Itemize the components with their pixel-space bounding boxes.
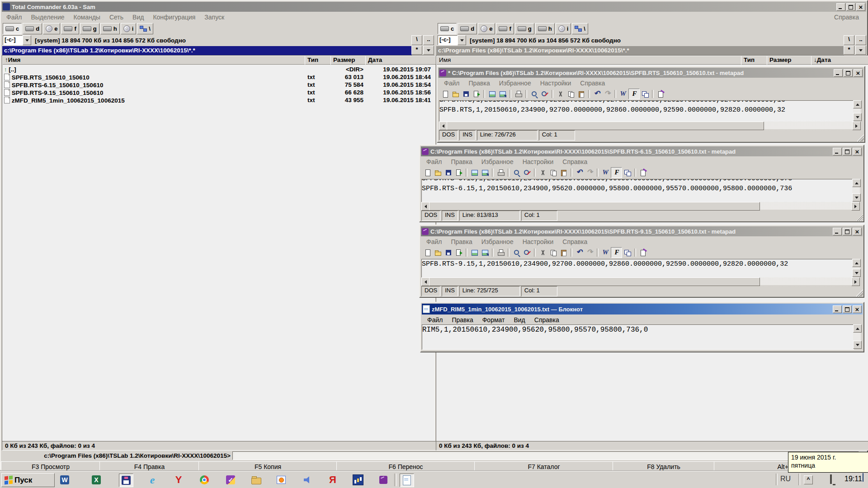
- maximize-icon[interactable]: [843, 305, 852, 313]
- file-row[interactable]: SPFB.RTS-9.15_150610_150610 txt 66 628 1…: [2, 89, 434, 96]
- menu-file[interactable]: Файл: [423, 315, 447, 324]
- menu-settings[interactable]: Настройки: [518, 157, 558, 166]
- explorer-folder-icon[interactable]: [250, 474, 263, 486]
- drive-button-h[interactable]: h: [100, 23, 120, 34]
- f4-edit-button[interactable]: F4 Правка: [99, 461, 199, 472]
- new-file-icon[interactable]: [422, 248, 433, 258]
- menu-file[interactable]: Файл: [2, 13, 26, 22]
- refresh-icon[interactable]: [453, 248, 464, 258]
- viewer-2-icon[interactable]: [497, 89, 508, 99]
- menu-favorites[interactable]: Избранное: [477, 237, 518, 246]
- f5-copy-button[interactable]: F5 Копия: [198, 461, 337, 472]
- font-toggle-icon[interactable]: [628, 89, 640, 99]
- totalcmd-icon[interactable]: [119, 474, 133, 487]
- excel-icon[interactable]: X: [90, 474, 103, 486]
- yandex-browser-icon[interactable]: Y: [172, 474, 185, 486]
- column-header-name[interactable]: ↑Имя: [2, 56, 310, 65]
- titlebar[interactable]: zMFD_RIM5_1min_10062015_10062015.txt — Б…: [422, 304, 863, 314]
- text-area[interactable]: SPFB.RTS-9.15,1,20150610,234900,92700.00…: [421, 259, 853, 278]
- show-desktop-icon[interactable]: [863, 474, 863, 482]
- ie-icon[interactable]: e: [146, 474, 159, 486]
- drive-combo-dropdown-icon[interactable]: [458, 35, 466, 45]
- maximize-icon[interactable]: [843, 148, 852, 155]
- paste-icon[interactable]: [576, 89, 586, 99]
- new-window-icon[interactable]: [622, 248, 632, 258]
- cut-icon[interactable]: [538, 168, 548, 178]
- menu-help[interactable]: Справка: [530, 315, 564, 324]
- word-icon[interactable]: W: [58, 474, 71, 486]
- redo-icon[interactable]: [585, 248, 595, 258]
- find-icon[interactable]: [511, 168, 522, 178]
- drive-button-c[interactable]: c: [438, 23, 457, 34]
- menu-format[interactable]: Формат: [478, 315, 509, 324]
- left-history-dropdown-icon[interactable]: [423, 46, 434, 55]
- copy-icon[interactable]: [548, 168, 558, 178]
- menu-favorites[interactable]: Избранное: [495, 79, 536, 88]
- left-star-button[interactable]: *: [411, 46, 422, 55]
- command-input[interactable]: [232, 451, 859, 460]
- left-path-bar[interactable]: c:\Program Files (x86)\TSLab 1.2\Котиров…: [2, 46, 412, 55]
- settings-icon[interactable]: [656, 89, 666, 99]
- menu-commands[interactable]: Команды: [69, 13, 105, 22]
- drive-combo[interactable]: [-c-]: [3, 35, 23, 45]
- scrollbar-thumb[interactable]: [429, 202, 760, 211]
- new-file-icon[interactable]: [440, 89, 450, 99]
- minimize-icon[interactable]: [833, 305, 842, 313]
- menu-edit[interactable]: Правка: [464, 79, 494, 88]
- refresh-icon[interactable]: [453, 168, 464, 178]
- column-header-size[interactable]: Размер: [767, 56, 816, 65]
- scrollbar-thumb[interactable]: [429, 277, 760, 286]
- font-toggle-icon[interactable]: [611, 247, 622, 258]
- volume-app-icon[interactable]: [301, 474, 314, 486]
- start-button[interactable]: Пуск: [1, 473, 55, 487]
- new-file-icon[interactable]: [422, 168, 433, 178]
- new-window-icon[interactable]: [640, 89, 650, 99]
- close-icon[interactable]: [856, 3, 865, 11]
- viewer-1-icon[interactable]: [469, 248, 480, 258]
- menu-view[interactable]: Вид: [509, 315, 529, 324]
- undo-icon[interactable]: [574, 168, 585, 178]
- menu-help[interactable]: Справка: [558, 237, 592, 246]
- paste-icon[interactable]: [558, 248, 569, 258]
- resize-grip[interactable]: [856, 214, 863, 221]
- clock[interactable]: 19:11: [844, 475, 862, 483]
- right-history-dropdown-icon[interactable]: [855, 46, 866, 55]
- column-header-name[interactable]: Имя: [436, 56, 746, 65]
- right-star-button[interactable]: *: [844, 46, 854, 55]
- save-icon[interactable]: [443, 248, 453, 258]
- root-dir-button[interactable]: \: [844, 35, 854, 45]
- minimize-icon[interactable]: [833, 148, 842, 155]
- drive-button-i[interactable]: i: [556, 23, 571, 34]
- minimize-icon[interactable]: [834, 69, 843, 77]
- find-icon[interactable]: [511, 248, 522, 258]
- settings-icon[interactable]: [638, 248, 648, 258]
- parent-dir-button[interactable]: ..: [855, 35, 866, 45]
- word-wrap-icon[interactable]: [600, 168, 611, 178]
- titlebar[interactable]: C:\Program Files (x86)\TSLab 1.2\Котиров…: [421, 226, 863, 236]
- copy-icon[interactable]: [566, 89, 576, 99]
- drive-button-e[interactable]: e: [478, 23, 495, 34]
- hide-tray-icons-icon[interactable]: ^: [804, 475, 813, 484]
- new-window-icon[interactable]: [622, 168, 632, 178]
- undo-icon[interactable]: [592, 89, 602, 99]
- drive-button-f[interactable]: f: [496, 23, 514, 34]
- horizontal-scrollbar[interactable]: [421, 277, 860, 285]
- menu-view[interactable]: Вид: [128, 13, 148, 22]
- refresh-icon[interactable]: [471, 89, 481, 99]
- text-area[interactable]: SPFB.RTS-6.15,1,20150610,234800,95500.00…: [421, 179, 853, 202]
- metapad-icon[interactable]: [377, 474, 390, 486]
- font-toggle-icon[interactable]: [611, 167, 622, 178]
- close-icon[interactable]: [853, 305, 862, 313]
- viewer-2-icon[interactable]: [480, 248, 490, 258]
- save-icon[interactable]: [461, 89, 471, 99]
- maximize-icon[interactable]: [844, 69, 853, 77]
- vertical-scrollbar[interactable]: [853, 100, 861, 121]
- menu-file[interactable]: Файл: [439, 79, 464, 88]
- resize-grip[interactable]: [856, 290, 863, 296]
- text-area[interactable]: RIM5,1,20150610,234900,95620,95800,95570…: [422, 324, 854, 350]
- cut-icon[interactable]: [555, 89, 566, 99]
- yandex-icon[interactable]: Я: [326, 474, 340, 486]
- menu-help[interactable]: Справка: [576, 79, 609, 88]
- open-file-icon[interactable]: [433, 168, 443, 178]
- cut-icon[interactable]: [538, 248, 548, 258]
